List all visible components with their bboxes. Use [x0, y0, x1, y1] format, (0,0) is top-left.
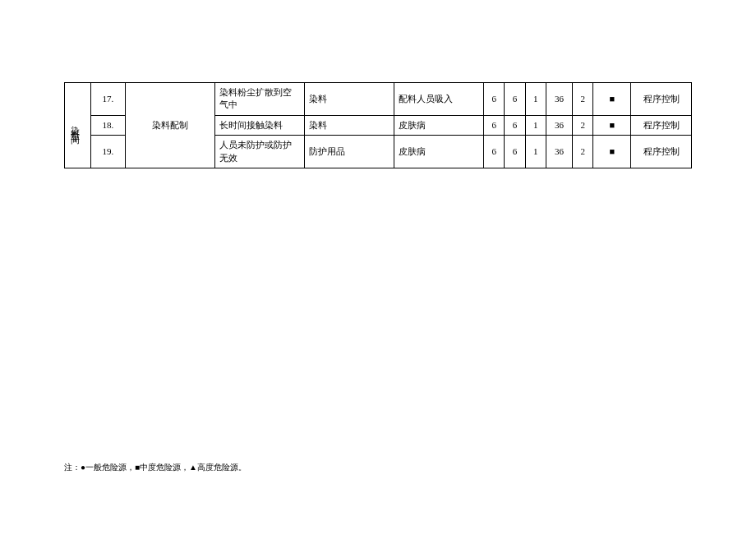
- source-cell: 染料: [304, 83, 394, 116]
- row-no: 18.: [91, 115, 125, 135]
- c-cell: 1: [525, 136, 546, 168]
- d-cell: 36: [546, 115, 572, 135]
- hazard-cell: 人员未防护或防护无效: [214, 136, 304, 168]
- row-no: 19.: [91, 136, 125, 168]
- symbol-cell: ■: [593, 83, 631, 116]
- c-cell: 1: [525, 115, 546, 135]
- hazard-cell: 染料粉尘扩散到空气中: [214, 83, 304, 116]
- rank-cell: 2: [573, 83, 593, 116]
- l-cell: 6: [484, 136, 505, 168]
- consequence-cell: 皮肤病: [394, 115, 484, 135]
- hazard-table-container: 染料车间 17. 染料配制 染料粉尘扩散到空气中 染料 配料人员吸入 6 6 1…: [64, 82, 692, 168]
- hazard-cell: 长时间接触染料: [214, 115, 304, 135]
- source-cell: 染料: [304, 115, 394, 135]
- d-cell: 36: [546, 136, 572, 168]
- rank-cell: 2: [573, 136, 593, 168]
- e-cell: 6: [505, 83, 525, 116]
- d-cell: 36: [546, 83, 572, 116]
- source-cell: 防护用品: [304, 136, 394, 168]
- e-cell: 6: [505, 136, 525, 168]
- symbol-cell: ■: [593, 115, 631, 135]
- l-cell: 6: [484, 115, 505, 135]
- row-no: 17.: [91, 83, 125, 116]
- control-cell: 程序控制: [631, 83, 692, 116]
- e-cell: 6: [505, 115, 525, 135]
- consequence-cell: 皮肤病: [394, 136, 484, 168]
- symbol-cell: ■: [593, 136, 631, 168]
- consequence-cell: 配料人员吸入: [394, 83, 484, 116]
- l-cell: 6: [484, 83, 505, 116]
- rank-cell: 2: [573, 115, 593, 135]
- footnote: 注：●一般危险源，■中度危险源，▲高度危险源。: [64, 462, 247, 473]
- process-cell: 染料配制: [125, 83, 214, 168]
- c-cell: 1: [525, 83, 546, 116]
- section-label: 染料车间: [69, 118, 81, 131]
- section-cell: 染料车间: [65, 83, 91, 168]
- hazard-table: 染料车间 17. 染料配制 染料粉尘扩散到空气中 染料 配料人员吸入 6 6 1…: [64, 82, 692, 168]
- control-cell: 程序控制: [631, 136, 692, 168]
- control-cell: 程序控制: [631, 115, 692, 135]
- table-row: 染料车间 17. 染料配制 染料粉尘扩散到空气中 染料 配料人员吸入 6 6 1…: [65, 83, 692, 116]
